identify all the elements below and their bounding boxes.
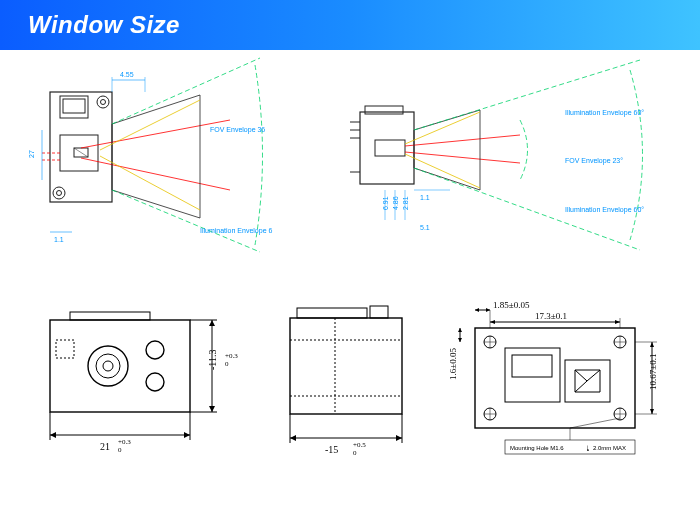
dim-5-1: 5.1 [420,224,430,231]
svg-rect-54 [290,318,402,414]
header-bar: Window Size [0,0,700,50]
svg-line-34 [405,112,480,144]
svg-rect-23 [360,112,414,184]
label-illum-envelope: Illumination Envelope 6 [200,227,272,235]
dim-w15-tol-b: 0 [353,449,357,457]
note-depth-sym: ⭳ [585,445,591,451]
view-front-ortho: 21 +0.3 0 -11.3 +0.3 0 [50,312,238,454]
svg-rect-25 [375,140,405,156]
label-fov-envelope: FOV Envelope 36 [210,126,265,134]
dim-6-91: 6.91 [382,196,389,210]
dim-w-tol-b: 0 [118,446,122,454]
dim-w-tol-t: +0.3 [118,438,131,446]
svg-line-35 [405,154,480,188]
dim-10-67: 10.67±0.1 [648,354,658,390]
svg-point-46 [146,373,164,391]
svg-line-11 [81,158,230,190]
svg-rect-6 [63,99,85,113]
dim-h-tol-t: +0.3 [225,352,238,360]
dim-height-11-3: -11.3 [207,350,218,370]
svg-rect-55 [297,308,367,318]
svg-rect-47 [56,340,74,358]
svg-line-10 [81,120,230,148]
dim-vert-27: 27 [28,150,35,158]
svg-line-16 [100,100,200,150]
label-fov-23: FOV Envelope 23° [565,157,623,165]
svg-rect-7 [60,135,98,171]
view-front-fov: 4.55 27 1.1 FOV Envelope 36 Illumination… [28,58,272,252]
page-title: Window Size [28,11,180,39]
dim-width-21: 21 [100,441,110,452]
svg-point-42 [88,346,128,386]
svg-rect-63 [475,328,635,428]
dim-bot-1-1: 1.1 [54,236,64,243]
label-illum-top: Illumination Envelope 60° [565,109,644,117]
dim-1-1: 1.1 [420,194,430,201]
svg-point-44 [103,361,113,371]
svg-line-31 [405,152,520,163]
svg-rect-0 [50,92,112,202]
dim-top-4-55: 4.55 [120,71,134,78]
svg-point-4 [57,191,62,196]
svg-rect-24 [365,106,403,114]
svg-point-43 [96,354,120,378]
svg-point-2 [101,100,106,105]
svg-line-15 [112,190,260,252]
svg-point-45 [146,341,164,359]
dim-w15-tol-t: +0.5 [353,441,366,449]
dim-4-86: 4.86 [392,196,399,210]
svg-rect-41 [70,312,150,320]
note-mounting: Mounting Hole M1.6 [510,445,564,451]
view-side-fov: Illumination Envelope 60° FOV Envelope 2… [350,60,644,250]
svg-line-88 [570,418,620,428]
dim-width-15: -15 [325,444,338,455]
label-illum-bot: Illumination Envelope 60° [565,206,644,214]
dim-2-81: 2.81 [402,196,409,210]
technical-drawing: 4.55 27 1.1 FOV Envelope 36 Illumination… [0,50,700,517]
dim-h-tol-b: 0 [225,360,229,368]
svg-line-32 [414,60,640,130]
svg-rect-77 [512,355,552,377]
dim-1-85: 1.85±0.05 [493,300,530,310]
svg-rect-56 [370,306,388,318]
dim-17-3: 17.3±0.1 [535,311,567,321]
svg-line-14 [112,58,260,124]
svg-point-1 [97,96,109,108]
view-side-ortho: -15 +0.5 0 [290,306,402,457]
dim-1-6: 1.6±0.05 [448,348,458,380]
svg-point-3 [53,187,65,199]
svg-line-9 [74,148,88,157]
note-depth: 2.0mm MAX [593,445,626,451]
view-back-ortho: 1.85±0.05 17.3±0.1 1.6±0.05 10.67±0.1 Mo… [448,300,658,454]
